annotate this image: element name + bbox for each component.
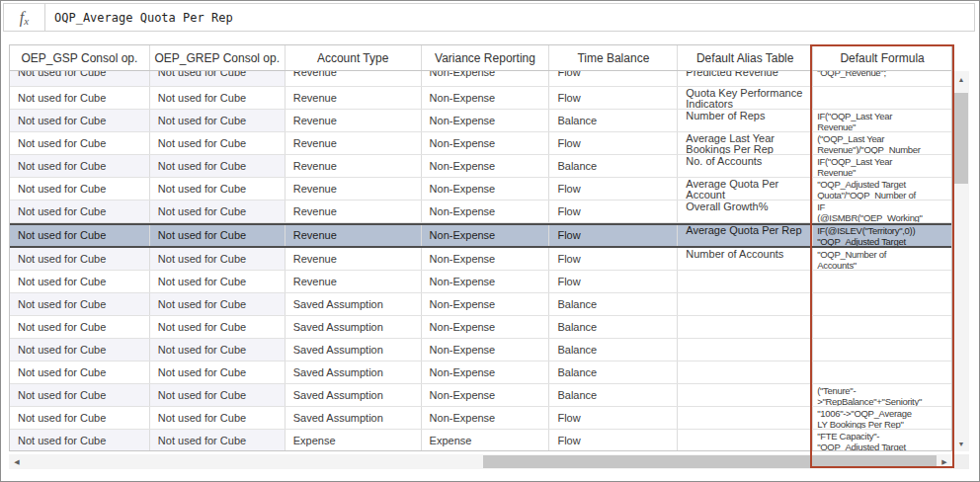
cell-account-type[interactable]: Saved Assumption bbox=[286, 362, 422, 383]
cell-default-alias-table[interactable]: Quota Key Performance Indicators bbox=[678, 87, 813, 109]
cell-gsp-consol[interactable]: Not used for Cube bbox=[10, 248, 150, 270]
cell-account-type[interactable]: Revenue bbox=[286, 248, 422, 270]
cell-account-type[interactable]: Saved Assumption bbox=[286, 384, 422, 406]
cell-default-alias-table[interactable]: Number of Accounts bbox=[678, 248, 813, 270]
cell-default-formula[interactable]: "OQP_Number of Accounts" bbox=[813, 248, 951, 270]
cell-time-balance[interactable]: Balance bbox=[549, 339, 678, 361]
cell-account-type[interactable]: Revenue bbox=[286, 178, 422, 200]
cell-grep-consol[interactable]: Not used for Cube bbox=[150, 110, 286, 131]
cell-account-type[interactable]: Revenue bbox=[286, 87, 422, 109]
cell-grep-consol[interactable]: Not used for Cube bbox=[150, 87, 286, 109]
cell-default-alias-table[interactable] bbox=[678, 316, 813, 338]
cell-time-balance[interactable]: Flow bbox=[549, 87, 678, 109]
cell-grep-consol[interactable]: Not used for Cube bbox=[150, 271, 286, 292]
cell-gsp-consol[interactable]: Not used for Cube bbox=[10, 293, 150, 315]
cell-gsp-consol[interactable]: Not used for Cube bbox=[10, 225, 150, 246]
cell-variance-reporting[interactable]: Non-Expense bbox=[422, 248, 550, 270]
column-header-default-alias-table[interactable]: Default Alias Table bbox=[678, 45, 813, 70]
cell-grep-consol[interactable]: Not used for Cube bbox=[150, 71, 286, 86]
cell-account-type[interactable]: Revenue bbox=[286, 201, 422, 222]
cell-gsp-consol[interactable]: Not used for Cube bbox=[10, 178, 150, 200]
cell-default-formula[interactable]: "1006"->"OQP_Average LY Bookings Per Rep… bbox=[813, 407, 951, 429]
scroll-right-button[interactable]: ▶ bbox=[937, 454, 952, 469]
vertical-scrollbar[interactable]: ▲ ▼ bbox=[953, 71, 969, 451]
cell-time-balance[interactable]: Balance bbox=[549, 293, 678, 315]
cell-time-balance[interactable]: Balance bbox=[549, 362, 678, 383]
table-row[interactable]: Not used for Cube Not used for Cube Reve… bbox=[10, 110, 951, 132]
cell-grep-consol[interactable]: Not used for Cube bbox=[150, 155, 286, 177]
cell-default-alias-table[interactable] bbox=[678, 339, 813, 361]
scroll-up-button[interactable]: ▲ bbox=[953, 71, 969, 87]
table-row[interactable]: Not used for Cube Not used for Cube Reve… bbox=[10, 155, 951, 178]
cell-time-balance[interactable]: Flow bbox=[549, 132, 678, 154]
cell-gsp-consol[interactable]: Not used for Cube bbox=[10, 71, 150, 86]
cell-default-alias-table[interactable]: Number of Reps bbox=[678, 110, 813, 131]
cell-account-type[interactable]: Revenue bbox=[286, 271, 422, 292]
cell-default-formula[interactable] bbox=[813, 362, 951, 383]
cell-time-balance[interactable]: Balance bbox=[549, 316, 678, 338]
cell-grep-consol[interactable]: Not used for Cube bbox=[150, 430, 286, 451]
cell-default-alias-table[interactable]: Average Last Year Bookings Per Rep bbox=[678, 132, 813, 154]
cell-grep-consol[interactable]: Not used for Cube bbox=[150, 225, 286, 246]
scroll-down-button[interactable]: ▼ bbox=[953, 436, 969, 451]
column-header-default-formula[interactable]: Default Formula bbox=[813, 45, 951, 70]
cell-variance-reporting[interactable]: Non-Expense bbox=[422, 155, 550, 177]
cell-grep-consol[interactable]: Not used for Cube bbox=[150, 132, 286, 154]
cell-time-balance[interactable]: Flow bbox=[549, 225, 678, 246]
cell-variance-reporting[interactable]: Non-Expense bbox=[422, 339, 550, 361]
table-row[interactable]: Not used for Cube Not used for Cube Reve… bbox=[10, 87, 951, 110]
cell-default-alias-table[interactable]: Average Quota Per Account bbox=[678, 178, 813, 200]
cell-default-alias-table[interactable] bbox=[678, 384, 813, 406]
cell-account-type[interactable]: Expense bbox=[286, 430, 422, 451]
cell-default-alias-table[interactable]: No. of Accounts bbox=[678, 155, 813, 177]
cell-time-balance[interactable]: Flow bbox=[549, 407, 678, 429]
cell-default-formula[interactable]: "OQP_Revenue"; bbox=[813, 71, 951, 86]
table-row[interactable]: Not used for Cube Not used for Cube Save… bbox=[10, 316, 951, 339]
scroll-left-button[interactable]: ◀ bbox=[9, 454, 25, 469]
cell-time-balance[interactable]: Flow bbox=[549, 71, 678, 86]
cell-grep-consol[interactable]: Not used for Cube bbox=[150, 201, 286, 222]
cell-default-formula[interactable]: "FTE Capacity"- "OQP_Adjusted Target bbox=[813, 430, 951, 451]
cell-default-alias-table[interactable] bbox=[678, 293, 813, 315]
cell-default-formula[interactable]: IF(@ISLEV("Territory",0)) "OQP_Adjusted … bbox=[813, 225, 951, 246]
cell-account-type[interactable]: Revenue bbox=[286, 71, 422, 86]
cell-grep-consol[interactable]: Not used for Cube bbox=[150, 293, 286, 315]
cell-default-alias-table[interactable] bbox=[678, 362, 813, 383]
cell-grep-consol[interactable]: Not used for Cube bbox=[150, 178, 286, 200]
cell-gsp-consol[interactable]: Not used for Cube bbox=[10, 110, 150, 131]
cell-variance-reporting[interactable]: Non-Expense bbox=[422, 87, 550, 109]
cell-gsp-consol[interactable]: Not used for Cube bbox=[10, 384, 150, 406]
cell-default-formula[interactable]: "OQP_Adjusted Target Quota"/"OQP_Number … bbox=[813, 178, 951, 200]
cell-variance-reporting[interactable]: Non-Expense bbox=[422, 225, 550, 246]
cell-account-type[interactable]: Revenue bbox=[286, 155, 422, 177]
column-header-account-type[interactable]: Account Type bbox=[286, 45, 422, 70]
cell-account-type[interactable]: Saved Assumption bbox=[286, 316, 422, 338]
cell-variance-reporting[interactable]: Non-Expense bbox=[422, 384, 550, 406]
table-row[interactable]: Not used for Cube Not used for Cube Save… bbox=[10, 407, 951, 430]
column-header-grep-consol[interactable]: OEP_GREP Consol op. bbox=[150, 45, 286, 70]
cell-default-formula[interactable]: ("OQP_Last Year Revenue")/"OQP_Number bbox=[813, 132, 951, 154]
cell-default-formula[interactable] bbox=[813, 87, 951, 109]
table-row[interactable]: Not used for Cube Not used for Cube Reve… bbox=[10, 271, 951, 293]
cell-default-formula[interactable]: IF("OQP_Last Year Revenue" bbox=[813, 155, 951, 177]
cell-gsp-consol[interactable]: Not used for Cube bbox=[10, 316, 150, 338]
cell-grep-consol[interactable]: Not used for Cube bbox=[150, 384, 286, 406]
cell-gsp-consol[interactable]: Not used for Cube bbox=[10, 430, 150, 451]
table-row[interactable]: Not used for Cube Not used for Cube Save… bbox=[10, 384, 951, 407]
cell-time-balance[interactable]: Flow bbox=[549, 201, 678, 222]
column-header-time-balance[interactable]: Time Balance bbox=[549, 45, 678, 70]
vertical-scroll-thumb[interactable] bbox=[954, 93, 968, 184]
cell-variance-reporting[interactable]: Non-Expense bbox=[422, 132, 550, 154]
cell-account-type[interactable]: Revenue bbox=[286, 132, 422, 154]
cell-grep-consol[interactable]: Not used for Cube bbox=[150, 248, 286, 270]
cell-gsp-consol[interactable]: Not used for Cube bbox=[10, 201, 150, 222]
cell-gsp-consol[interactable]: Not used for Cube bbox=[10, 362, 150, 383]
cell-time-balance[interactable]: Flow bbox=[549, 248, 678, 270]
horizontal-scroll-thumb[interactable] bbox=[483, 455, 938, 468]
horizontal-scrollbar[interactable]: ◀ ▶ bbox=[9, 454, 952, 469]
cell-gsp-consol[interactable]: Not used for Cube bbox=[10, 407, 150, 429]
cell-grep-consol[interactable]: Not used for Cube bbox=[150, 407, 286, 429]
table-row[interactable]: Not used for Cube Not used for Cube Save… bbox=[10, 293, 951, 316]
table-row[interactable]: Not used for Cube Not used for Cube Expe… bbox=[10, 430, 951, 451]
cell-variance-reporting[interactable]: Non-Expense bbox=[422, 407, 550, 429]
